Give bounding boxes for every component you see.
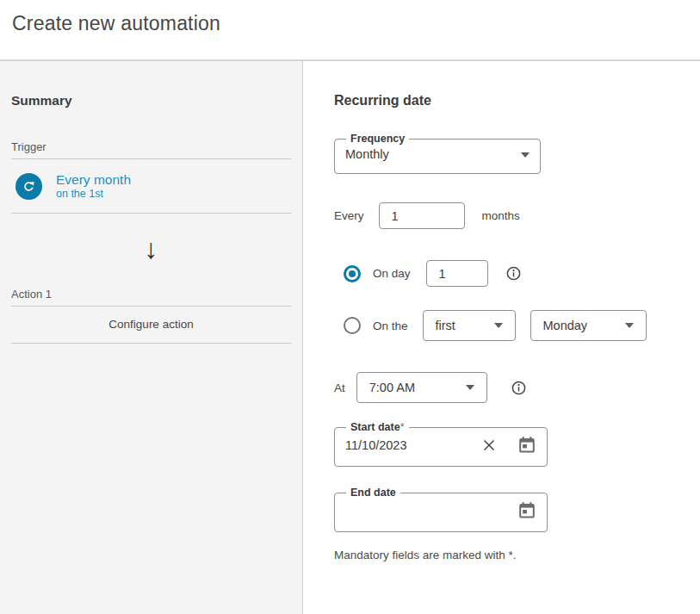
on-day-info-icon[interactable] — [506, 266, 521, 281]
recurring-date-panel: Recurring date Frequency Monthly Every m… — [303, 61, 700, 614]
chevron-down-icon — [625, 323, 634, 328]
interval-suffix-label: months — [482, 209, 520, 222]
time-info-icon[interactable] — [511, 381, 526, 395]
trigger-summary-title: Every month — [56, 171, 131, 188]
on-day-row: On day — [334, 260, 700, 287]
on-the-radio[interactable] — [344, 317, 361, 334]
calendar-icon[interactable] — [517, 436, 536, 455]
start-date-value: 11/10/2023 — [345, 437, 407, 455]
end-date-label: End date — [350, 487, 396, 499]
dialog-body: Summary Trigger Every month on the 1st ↓… — [0, 61, 700, 614]
on-day-label: On day — [373, 267, 411, 280]
interval-prefix-label: Every — [334, 209, 364, 222]
frequency-select[interactable]: Frequency Monthly — [334, 133, 541, 174]
chevron-down-icon — [521, 152, 530, 158]
summary-title: Summary — [11, 93, 291, 109]
on-the-label: On the — [373, 319, 408, 332]
time-select[interactable]: 7:00 AM — [356, 372, 487, 403]
on-the-row: On the first Monday — [334, 310, 700, 341]
ordinal-value: first — [436, 317, 455, 335]
configure-action-placeholder: Configure action — [11, 307, 291, 344]
dialog-header: Create new automation — [0, 0, 700, 61]
end-date-field[interactable]: End date — [334, 487, 548, 532]
time-row: At 7:00 AM — [334, 372, 700, 403]
interval-input[interactable] — [379, 202, 465, 229]
trigger-summary-subtitle: on the 1st — [56, 188, 131, 201]
on-day-radio[interactable] — [344, 265, 361, 282]
chevron-down-icon — [466, 385, 474, 390]
trigger-summary-text: Every month on the 1st — [56, 171, 131, 201]
on-day-input[interactable] — [426, 260, 488, 287]
chevron-down-icon — [494, 323, 503, 328]
action-section-label: Action 1 — [11, 288, 291, 307]
frequency-value: Monthly — [345, 146, 389, 164]
dialog-title: Create new automation — [12, 12, 700, 35]
start-date-field[interactable]: Start date* 11/10/2023 — [334, 421, 548, 467]
trigger-summary-item[interactable]: Every month on the 1st — [11, 159, 291, 214]
weekday-select[interactable]: Monday — [530, 310, 647, 341]
interval-row: Every months — [334, 202, 700, 229]
recurring-icon — [15, 173, 42, 200]
time-value: 7:00 AM — [369, 379, 415, 397]
weekday-value: Monday — [543, 317, 588, 335]
time-label: At — [334, 381, 345, 394]
flow-down-arrow-icon: ↓ — [11, 233, 291, 269]
radio-dot — [349, 270, 356, 277]
ordinal-select[interactable]: first — [423, 310, 516, 341]
mandatory-fields-note: Mandatory fields are marked with *. — [334, 549, 700, 561]
trigger-section-label: Trigger — [11, 140, 291, 159]
frequency-label: Frequency — [346, 133, 409, 145]
form-title: Recurring date — [334, 93, 700, 109]
calendar-icon[interactable] — [517, 501, 536, 520]
summary-panel: Summary Trigger Every month on the 1st ↓… — [0, 61, 303, 614]
required-marker: * — [400, 421, 405, 433]
clear-date-icon[interactable] — [483, 439, 495, 451]
start-date-label: Start date — [350, 421, 400, 433]
